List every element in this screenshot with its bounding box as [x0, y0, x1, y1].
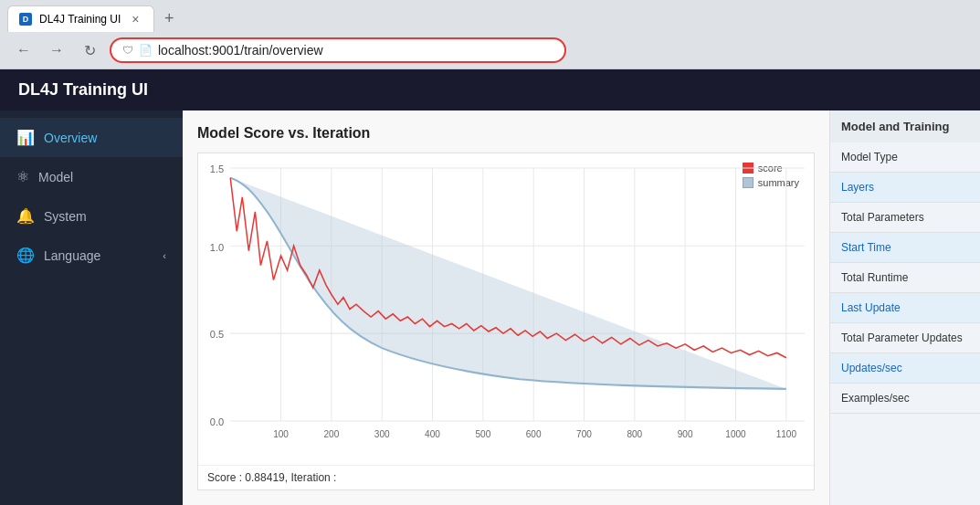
svg-text:400: 400	[425, 429, 440, 439]
svg-text:1000: 1000	[725, 429, 746, 439]
address-bar-row: ← → ↻ 🛡 📄 localhost:9001/train/overview	[0, 32, 980, 68]
svg-text:1.5: 1.5	[210, 163, 224, 174]
tab-close-button[interactable]: ×	[128, 12, 142, 26]
main-content: Model Score vs. Iteration score summary	[183, 110, 829, 505]
overview-icon: 📊	[16, 129, 35, 146]
sidebar-label-overview: Overview	[44, 131, 97, 145]
svg-text:200: 200	[323, 429, 339, 439]
right-panel-examples-sec: Examples/sec	[830, 384, 980, 414]
forward-button[interactable]: →	[44, 37, 69, 63]
address-text: localhost:9001/train/overview	[158, 43, 323, 58]
back-button[interactable]: ←	[11, 37, 37, 63]
right-panel: Model and Training Model Type Layers Tot…	[829, 110, 980, 505]
right-panel-updates-sec: Updates/sec	[830, 353, 980, 384]
svg-text:700: 700	[576, 429, 592, 439]
svg-text:0.0: 0.0	[210, 416, 224, 427]
sidebar-item-model[interactable]: ⚛ Model	[0, 157, 183, 196]
svg-text:900: 900	[678, 429, 693, 439]
right-panel-start-time: Start Time	[830, 233, 980, 263]
svg-text:800: 800	[627, 429, 642, 439]
chart-svg: 1.5 1.0 0.5 0.0	[198, 153, 814, 465]
summary-path	[230, 178, 786, 389]
sidebar-item-language[interactable]: 🌐 Language ‹	[0, 236, 183, 275]
svg-text:500: 500	[475, 429, 490, 439]
svg-text:600: 600	[526, 429, 542, 439]
chart-footer: Score : 0.88419, Iteration :	[198, 465, 814, 489]
app-title: DL4J Training UI	[18, 80, 148, 99]
svg-text:0.5: 0.5	[210, 329, 224, 340]
address-bar[interactable]: 🛡 📄 localhost:9001/train/overview	[110, 37, 566, 63]
security-icon: 🛡	[122, 44, 133, 57]
sidebar-label-model: Model	[38, 170, 73, 184]
browser-chrome: D DL4J Training UI × + ← → ↻ 🛡 📄 localho…	[0, 0, 980, 69]
chart-title: Model Score vs. Iteration	[197, 125, 815, 142]
language-chevron-icon: ‹	[163, 250, 166, 261]
right-panel-total-parameter-updates: Total Parameter Updates	[830, 323, 980, 353]
app-body: 📊 Overview ⚛ Model 🔔 System 🌐 Language ‹…	[0, 110, 980, 505]
model-icon: ⚛	[16, 168, 29, 185]
chart-score-text: Score : 0.88419, Iteration :	[207, 471, 336, 484]
right-panel-last-update: Last Update	[830, 293, 980, 323]
sidebar-item-system[interactable]: 🔔 System	[0, 196, 183, 236]
tab-favicon: D	[19, 13, 32, 26]
right-panel-header: Model and Training	[830, 110, 980, 142]
right-panel-total-runtime: Total Runtime	[830, 263, 980, 293]
language-icon: 🌐	[16, 247, 35, 264]
system-icon: 🔔	[16, 207, 35, 225]
svg-text:100: 100	[273, 429, 289, 439]
sidebar-label-system: System	[44, 209, 87, 224]
tab-title: DL4J Training UI	[39, 13, 121, 26]
sidebar: 📊 Overview ⚛ Model 🔔 System 🌐 Language ‹	[0, 110, 183, 505]
app-header: DL4J Training UI	[0, 69, 980, 110]
chart-area: score summary 1.5 1.0 0.5 0.0	[197, 153, 815, 490]
right-panel-layers: Layers	[830, 173, 980, 203]
svg-text:300: 300	[374, 429, 390, 439]
svg-text:1.0: 1.0	[210, 241, 224, 252]
chart-svg-container: 1.5 1.0 0.5 0.0	[198, 153, 814, 465]
new-tab-button[interactable]: +	[158, 8, 180, 30]
right-panel-total-parameters: Total Parameters	[830, 203, 980, 233]
tab-bar: D DL4J Training UI × +	[0, 0, 980, 32]
page-icon: 📄	[139, 44, 153, 57]
sidebar-item-overview[interactable]: 📊 Overview	[0, 118, 183, 157]
right-panel-model-type: Model Type	[830, 142, 980, 173]
sidebar-label-language: Language	[44, 248, 100, 263]
refresh-button[interactable]: ↻	[77, 37, 102, 63]
app-container: DL4J Training UI 📊 Overview ⚛ Model 🔔 Sy…	[0, 69, 980, 505]
svg-text:1100: 1100	[776, 429, 797, 439]
active-tab[interactable]: D DL4J Training UI ×	[7, 5, 154, 32]
